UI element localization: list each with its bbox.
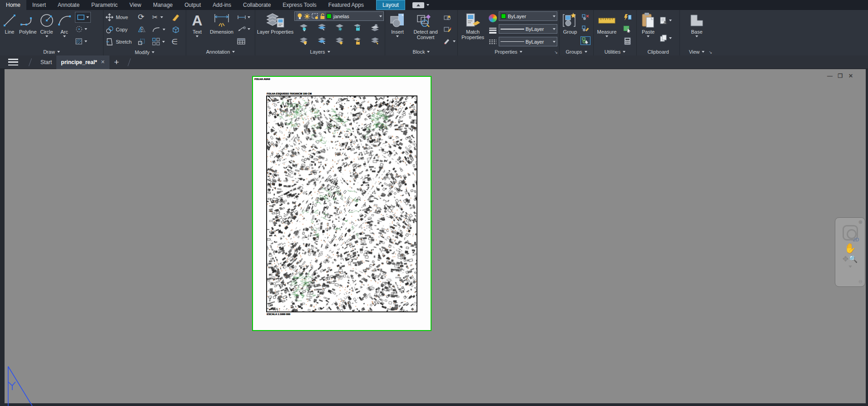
group-selection-toggle[interactable] [580,36,590,45]
rectangle-button[interactable] [75,12,91,23]
ribbon-collapse-options-icon[interactable] [427,4,429,6]
layer-dropdown-caret-icon[interactable] [379,15,382,17]
panel-title-annotation[interactable]: Annotation [186,48,255,55]
panel-title-layers[interactable]: Layers [255,48,385,55]
tab-insert[interactable]: Insert [26,0,52,10]
base-button[interactable]: Base [685,11,708,48]
navbar-options-icon[interactable]: ⊖ [858,279,863,285]
file-tab-drawing[interactable]: principe_real* ✕ [56,55,109,69]
quick-calc-icon[interactable] [624,37,631,45]
tab-express-tools[interactable]: Express Tools [277,0,322,10]
text-button[interactable]: A Text [187,11,207,48]
ungroup-icon[interactable] [581,14,590,20]
tab-parametric[interactable]: Parametric [85,0,124,10]
layer-dropdown[interactable]: janelas [294,11,384,21]
measure-button[interactable]: Measure [595,11,619,48]
ribbon-collapse-button[interactable] [412,2,424,8]
pan-hand-icon[interactable]: ✋ [844,243,856,253]
offset-button[interactable]: ∈ [171,38,184,45]
trim-button[interactable]: ✂ [152,14,169,20]
navigation-wheel-icon[interactable]: 2D [843,225,858,241]
arc-button[interactable]: Arc [56,11,73,48]
detect-convert-button[interactable]: Detect and Convert [409,11,442,48]
select-similar-icon[interactable] [623,25,632,33]
ellipse-button[interactable] [75,24,91,35]
zoom-options-caret-icon[interactable] [848,266,852,268]
rectangle-dropdown-icon[interactable] [86,16,89,18]
insert-dropdown-icon[interactable] [396,35,399,37]
layer-freeze-icon[interactable] [335,24,344,31]
block-more-dropdown-icon[interactable] [453,40,456,42]
lineweight-list-icon[interactable] [489,27,497,34]
layer-isolate-icon[interactable] [317,24,326,31]
table-button[interactable] [237,36,250,47]
panel-title-utilities[interactable]: Utilities [594,48,636,55]
tab-view[interactable]: View [124,0,147,10]
circle-dropdown-icon[interactable] [45,35,48,37]
file-tabs-menu-icon[interactable] [8,59,18,65]
linetype-dropdown[interactable]: ByLayer [499,37,557,46]
leader-dropdown-icon[interactable] [248,28,250,30]
cut-dropdown-icon[interactable] [669,20,672,21]
circle-button[interactable]: Circle [38,11,56,48]
group-button[interactable]: Group [560,11,580,48]
text-dropdown-icon[interactable] [196,35,198,37]
array-dropdown-icon[interactable] [162,41,165,43]
close-drawing-icon[interactable]: ✕ [848,73,854,79]
layer-on-icon[interactable] [297,13,303,20]
file-tab-start[interactable]: Start [36,55,56,69]
panel-title-clipboard[interactable]: Clipboard [637,48,680,55]
trim-dropdown-icon[interactable] [160,16,163,18]
lineweight-dropdown[interactable]: ByLayer [499,24,557,34]
polyline-button[interactable]: Polyline [18,11,38,48]
fillet-dropdown-icon[interactable] [163,29,165,30]
paste-button[interactable]: Paste [638,11,659,48]
zoom-extents-icon[interactable]: ✥🔍 [843,256,858,263]
linear-dim-button[interactable] [237,12,250,23]
view-dialog-launcher-icon[interactable]: ↘ [709,50,712,55]
layer-unisolate-icon[interactable] [317,37,326,45]
fillet-button[interactable] [152,26,169,33]
new-drawing-tab-button[interactable]: + [114,57,119,67]
block-editor-button[interactable] [443,36,456,47]
measure-dropdown-icon[interactable] [605,35,608,37]
minimize-drawing-icon[interactable]: — [827,73,833,79]
copy-button[interactable]: Copy [105,25,135,34]
drawing-area[interactable]: — ❐ ✕ FOLHA A0A0 FOLHA ESQUISSO 70X100CM… [0,69,868,406]
layer-off-icon[interactable] [299,24,308,31]
object-color-dropdown[interactable]: ByLayer [499,11,557,21]
move-button[interactable]: Move [105,13,135,21]
panel-title-block[interactable]: Block [385,48,457,55]
layer-color-swatch[interactable] [327,14,332,19]
linear-dim-dropdown-icon[interactable] [248,16,250,18]
leader-button[interactable] [237,24,250,35]
close-drawing-tab-icon[interactable]: ✕ [101,59,105,65]
quick-select-icon[interactable] [623,14,632,21]
erase-button[interactable] [171,13,184,21]
object-color-wheel-icon[interactable] [489,14,497,22]
properties-dialog-launcher-icon[interactable]: ↘ [554,50,558,55]
tab-annotate[interactable]: Annotate [52,0,85,10]
create-block-button[interactable] [443,12,456,23]
layer-match-icon[interactable] [370,37,379,45]
match-properties-button[interactable]: Match Properties [459,11,487,48]
layout-paper[interactable]: FOLHA A0A0 FOLHA ESQUISSO 70X100CM 100 C… [252,76,432,331]
tab-output[interactable]: Output [179,0,207,10]
explode-button[interactable] [171,25,184,34]
copy-clip-button[interactable] [660,33,672,44]
arc-dropdown-icon[interactable] [63,35,66,37]
tab-home[interactable]: Home [0,0,26,10]
panel-title-groups[interactable]: Groups [560,48,593,55]
layer-thaw-icon[interactable] [304,13,310,20]
layer-on-all-icon[interactable] [299,37,308,45]
write-block-button[interactable] [443,24,456,35]
tab-collaborate[interactable]: Collaborate [237,0,277,10]
layer-unlock-all-icon[interactable] [353,37,361,45]
scale-button[interactable] [138,38,149,45]
mirror-button[interactable] [138,26,149,33]
tab-featured-apps[interactable]: Featured Apps [322,0,370,10]
linetype-list-icon[interactable] [489,39,497,45]
layer-properties-button[interactable]: Layer Properties [256,11,294,48]
insert-button[interactable]: Insert [386,11,409,48]
line-button[interactable]: Line [1,11,18,48]
